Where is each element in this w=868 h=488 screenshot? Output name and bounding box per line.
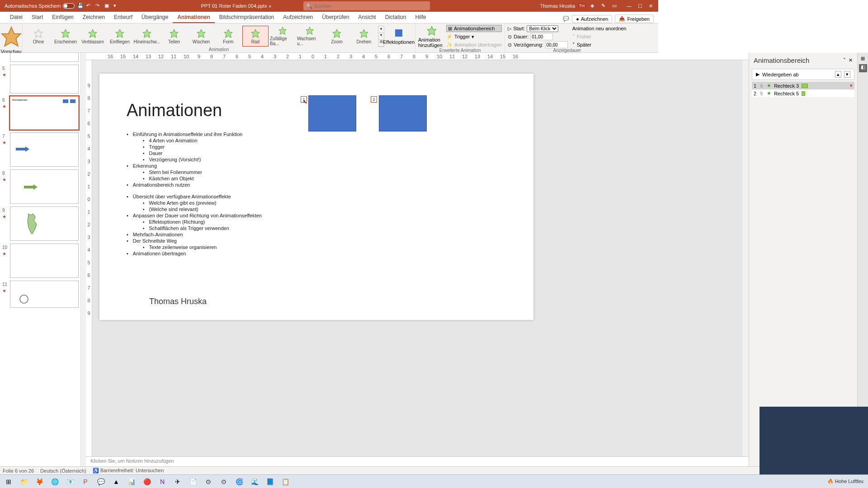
shape-rectangle-1[interactable]	[308, 95, 356, 131]
slide-thumb[interactable]: 7★	[10, 132, 79, 167]
bullet[interactable]: Welche Arten gibt es (preview)	[127, 200, 506, 206]
bullet[interactable]: Trigger	[127, 144, 506, 150]
bullet[interactable]: (Welche sind relevant)	[127, 206, 506, 212]
bullet[interactable]: Anpassen der Dauer und Richtung von Anim…	[127, 212, 506, 219]
bullet[interactable]: Texte zeilenweise organisieren	[127, 244, 506, 250]
redo-icon[interactable]: ↷	[95, 3, 102, 9]
effect-verblassen[interactable]: Verblassen	[80, 26, 106, 47]
save-icon[interactable]: 💾	[77, 3, 84, 9]
autosave-toggle[interactable]: Automatisches Speichern	[5, 3, 75, 9]
add-animation-button[interactable]: Animation hinzufügen	[418, 25, 445, 48]
bullet[interactable]: Mehrfach-Animationen	[127, 231, 506, 238]
present-icon[interactable]: ▣	[104, 3, 111, 9]
thumbnail-scrollbar[interactable]	[80, 53, 86, 369]
tab-animationen[interactable]: Animationen	[173, 12, 215, 23]
tab-datei[interactable]: Datei	[5, 12, 27, 23]
animation-painter-button[interactable]: ✨ Animation übertragen	[446, 41, 502, 48]
svg-marker-12	[333, 29, 341, 37]
preview-button[interactable]: Vorschau	[0, 25, 23, 54]
bullet[interactable]: Übersicht über verfügbare Animationseffe…	[127, 193, 506, 200]
delay-input[interactable]	[545, 41, 568, 48]
tab-uebergaenge[interactable]: Übergänge	[137, 12, 173, 23]
effect-zufaellige-balken[interactable]: Zufällige Ba...	[269, 26, 296, 47]
bullet[interactable]: Stern bei Foliennummer	[127, 169, 506, 175]
svg-marker-4	[116, 29, 124, 37]
slide-thumb[interactable]: 10★	[10, 244, 79, 278]
tab-ueberpruefen[interactable]: Überprüfen	[317, 12, 354, 23]
slide-thumb[interactable]: 11★	[10, 281, 79, 308]
tab-einfuegen[interactable]: Einfügen	[47, 12, 78, 23]
effect-rad[interactable]: Rad	[242, 26, 269, 47]
bullet[interactable]: Kästchen am Objekt	[127, 175, 506, 182]
search-input[interactable]	[314, 3, 427, 9]
slide-thumbnails[interactable]: 5 5★ 6★ Animationen 7★ 8★ 9★ 10★ 11★	[0, 53, 80, 369]
search-box[interactable]: 🔍	[303, 1, 430, 10]
comments-icon[interactable]: 💬	[563, 16, 569, 22]
maximize-button[interactable]: ☐	[638, 3, 642, 9]
effect-ohne[interactable]: Ohne	[25, 26, 52, 47]
duration-input[interactable]	[530, 33, 553, 40]
slide-thumb[interactable]: 9★	[10, 206, 79, 241]
user-avatar: TH	[578, 3, 586, 9]
move-later-button[interactable]: ˅ Später	[572, 41, 627, 48]
bullet[interactable]: Erkennung	[127, 163, 506, 169]
effect-hineinschweben[interactable]: Hineinschw...	[134, 26, 160, 47]
effect-einfliegen[interactable]: Einfliegen	[107, 26, 133, 47]
slide-thumb[interactable]: 5	[10, 53, 79, 62]
svg-rect-14	[395, 29, 402, 37]
bullet[interactable]: 4 Arten von Animation	[127, 137, 506, 144]
effect-teilen[interactable]: Teilen	[161, 26, 187, 47]
bullet[interactable]: Einführung in Animationseffekte und ihre…	[127, 131, 506, 137]
tab-start[interactable]: Start	[27, 12, 47, 23]
record-button[interactable]: ● Aufzeichnen	[572, 15, 612, 23]
window-icon[interactable]: ▭	[612, 3, 618, 9]
slide-thumb[interactable]: 8★	[10, 169, 79, 204]
tab-bildschirmpraesentation[interactable]: Bildschirmpräsentation	[215, 12, 278, 23]
effect-zoom[interactable]: Zoom	[324, 26, 350, 47]
tab-hilfe[interactable]: Hilfe	[410, 12, 430, 23]
document-title[interactable]: PPT 01 Roter Faden 004.pptx ∨	[201, 3, 272, 9]
author-text[interactable]: Thomas Hruska	[149, 297, 207, 306]
qat-more-icon[interactable]: ▾	[113, 3, 120, 9]
slide-thumb[interactable]: 5★	[10, 65, 79, 94]
animation-tag-2[interactable]: 2	[371, 96, 377, 103]
minimize-button[interactable]: —	[627, 3, 632, 9]
effect-drehen[interactable]: Drehen	[351, 26, 377, 47]
svg-marker-0	[2, 27, 21, 46]
effect-wachsen[interactable]: Wachsen u...	[297, 26, 323, 47]
tab-aufzeichnen[interactable]: Aufzeichnen	[278, 12, 317, 23]
tab-ansicht[interactable]: Ansicht	[354, 12, 380, 23]
effect-erscheinen[interactable]: Erscheinen	[52, 26, 79, 47]
tab-dictation[interactable]: Dictation	[381, 12, 411, 23]
cursor-icon: ↖	[303, 99, 307, 105]
ribbon: Vorschau Vorschau Ohne Erscheinen Verbla…	[0, 23, 658, 53]
effect-form[interactable]: Form	[215, 26, 241, 47]
start-select[interactable]: Beim Klicken	[527, 25, 558, 32]
undo-icon[interactable]: ↶	[86, 3, 93, 9]
user-account[interactable]: Thomas Hruska TH	[540, 3, 586, 9]
svg-marker-3	[89, 29, 97, 37]
close-button[interactable]: ✕	[649, 3, 653, 9]
bullet[interactable]: Der Schnellste Weg	[127, 238, 506, 244]
bullet[interactable]: Animationen übertragen	[127, 250, 506, 257]
bullet[interactable]: Effektoptionen (Richtung)	[127, 219, 506, 225]
trigger-button[interactable]: ⚡ Trigger ▾	[446, 33, 502, 40]
diamond-icon[interactable]: ◈	[590, 3, 597, 9]
svg-marker-6	[170, 29, 178, 37]
bullet[interactable]: Animationsbereich nutzen	[127, 182, 506, 188]
tab-zeichnen[interactable]: Zeichnen	[78, 12, 109, 23]
bullet[interactable]: Schaltflächen als Trigger verwenden	[127, 225, 506, 231]
pen-icon[interactable]: ✎	[601, 3, 608, 9]
shape-rectangle-2[interactable]	[379, 95, 427, 131]
slide-canvas[interactable]: Animationen Einführung in Animationseffe…	[99, 74, 533, 320]
autosave-pill[interactable]	[63, 3, 75, 9]
share-button[interactable]: 📤 Freigeben	[615, 14, 654, 23]
bullet[interactable]: Verzögerung (Vorsicht!)	[127, 156, 506, 163]
bullet[interactable]: Dauer	[127, 150, 506, 156]
animation-pane-toggle[interactable]: ⊞ Animationsbereich	[446, 25, 502, 32]
move-earlier-button[interactable]: ˄ Früher	[572, 33, 627, 40]
tab-entwurf[interactable]: Entwurf	[109, 12, 137, 23]
effect-wischen[interactable]: Wischen	[188, 26, 214, 47]
effect-options-button[interactable]: Effektoptionen	[385, 28, 412, 45]
slide-thumb-active[interactable]: 6★ Animationen	[10, 96, 79, 130]
